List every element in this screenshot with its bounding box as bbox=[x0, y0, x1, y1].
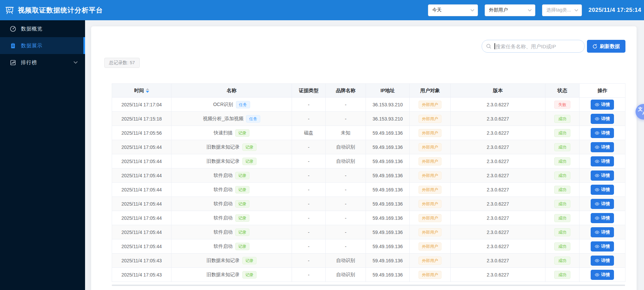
user-cell: 外部用户 bbox=[410, 168, 451, 183]
detail-button[interactable]: 详情 bbox=[591, 128, 614, 138]
table-row: 2025/11/4 17:05:44 软件启动 记录 - - 59.49.169… bbox=[112, 197, 625, 211]
user-type-select[interactable]: 外部用户 bbox=[485, 4, 535, 16]
status-badge: 成功 bbox=[554, 257, 570, 265]
time-cell: 2025/11/4 17:15:18 bbox=[112, 112, 171, 126]
ip-cell: 59.49.169.136 bbox=[366, 268, 410, 282]
ip-cell: 59.49.169.136 bbox=[366, 126, 410, 140]
name-cell: OCR识别 任务 bbox=[171, 98, 292, 112]
user-cell: 外部用户 bbox=[410, 268, 451, 282]
detail-button[interactable]: 详情 bbox=[591, 170, 614, 181]
version-cell: 2.3.0.6227 bbox=[451, 168, 545, 183]
status-badge: 成功 bbox=[554, 115, 570, 123]
record-type-tag: 记录 bbox=[235, 129, 249, 137]
user-type-tag: 外部用户 bbox=[419, 115, 441, 123]
column-header-name: 名称 bbox=[171, 84, 292, 98]
detail-button[interactable]: 详情 bbox=[591, 156, 614, 166]
detail-button[interactable]: 详情 bbox=[591, 270, 614, 280]
time-cell: 2025/11/4 17:17:04 bbox=[112, 98, 171, 112]
chevron-down-icon bbox=[468, 9, 474, 11]
brand-cell: - bbox=[326, 112, 366, 126]
detail-button[interactable]: 详情 bbox=[591, 213, 614, 223]
table-row: 2025/11/4 17:05:44 软件启动 记录 - - 59.49.169… bbox=[112, 239, 625, 254]
detail-button[interactable]: 详情 bbox=[591, 114, 614, 124]
date-range-select[interactable]: 今天 bbox=[428, 4, 478, 16]
status-badge: 成功 bbox=[554, 228, 570, 236]
detail-button[interactable]: 详情 bbox=[591, 185, 614, 195]
status-cell: 成功 bbox=[545, 197, 580, 211]
user-cell: 外部用户 bbox=[410, 239, 451, 254]
evidence-type-cell: - bbox=[292, 112, 326, 126]
search-input[interactable] bbox=[482, 40, 585, 53]
tag-category-select[interactable]: 选择tag类... bbox=[542, 4, 582, 16]
detail-button[interactable]: 详情 bbox=[591, 241, 614, 252]
user-type-tag: 外部用户 bbox=[419, 172, 441, 180]
tag-category-placeholder: 选择tag类... bbox=[546, 7, 572, 13]
status-badge: 成功 bbox=[554, 129, 570, 137]
table-row: 2025/11/4 17:05:43 旧数据未知记录 记录 - 自动识别 59.… bbox=[112, 268, 625, 282]
eye-icon bbox=[595, 131, 599, 135]
sort-carets-icon[interactable] bbox=[146, 88, 149, 93]
evidence-type-cell: - bbox=[292, 197, 326, 211]
table-header-row: 时间 名称 证据类型 品牌名称 IP地址 用户对象 bbox=[112, 84, 625, 98]
eye-icon bbox=[595, 173, 599, 178]
name-cell: 旧数据未知记录 记录 bbox=[171, 140, 292, 154]
time-cell: 2025/11/4 17:05:56 bbox=[112, 126, 171, 140]
record-name: 视频分析_添加视频 bbox=[203, 116, 243, 122]
column-header-user: 用户对象 bbox=[410, 84, 451, 98]
eye-icon bbox=[595, 216, 599, 220]
action-cell: 详情 bbox=[580, 126, 625, 140]
user-cell: 外部用户 bbox=[410, 183, 451, 197]
user-type-tag: 外部用户 bbox=[419, 200, 441, 208]
action-cell: 详情 bbox=[580, 98, 625, 112]
app-brand: 视频取证数据统计分析平台 bbox=[5, 6, 103, 15]
detail-button[interactable]: 详情 bbox=[591, 199, 614, 209]
table-row: 2025/11/4 17:05:44 软件启动 记录 - - 59.49.169… bbox=[112, 168, 625, 183]
column-header-time[interactable]: 时间 bbox=[112, 84, 171, 98]
version-cell: 2.3.0.6227 bbox=[451, 140, 545, 154]
chevron-down-icon bbox=[526, 9, 532, 11]
name-cell: 软件启动 记录 bbox=[171, 183, 292, 197]
user-cell: 外部用户 bbox=[410, 140, 451, 154]
version-cell: 2.3.0.6227 bbox=[451, 254, 545, 268]
action-cell: 详情 bbox=[580, 197, 625, 211]
horizontal-scrollbar[interactable] bbox=[112, 285, 625, 286]
detail-button[interactable]: 详情 bbox=[591, 100, 614, 110]
sidebar-item-ranking[interactable]: 排行榜 bbox=[0, 54, 85, 71]
user-type-tag: 外部用户 bbox=[419, 101, 441, 109]
brand-cell: 自动识别 bbox=[326, 140, 366, 154]
date-range-value: 今天 bbox=[432, 7, 468, 13]
evidence-type-cell: - bbox=[292, 254, 326, 268]
eye-icon bbox=[595, 202, 599, 206]
ip-cell: 59.49.169.136 bbox=[366, 183, 410, 197]
table-row: 2025/11/4 17:17:04 OCR识别 任务 - - 36.153.9… bbox=[112, 98, 625, 112]
record-type-tag: 任务 bbox=[236, 101, 250, 108]
record-name: 软件启动 bbox=[214, 229, 233, 235]
detail-button[interactable]: 详情 bbox=[591, 142, 614, 152]
action-cell: 详情 bbox=[580, 168, 625, 183]
status-cell: 失败 bbox=[545, 98, 580, 112]
brand-cell: - bbox=[326, 197, 366, 211]
status-cell: 成功 bbox=[545, 225, 580, 239]
user-cell: 外部用户 bbox=[410, 254, 451, 268]
time-cell: 2025/11/4 17:05:43 bbox=[112, 268, 171, 282]
detail-button[interactable]: 详情 bbox=[591, 256, 614, 266]
action-cell: 详情 bbox=[580, 239, 625, 254]
eye-icon bbox=[595, 258, 599, 263]
name-cell: 快速扫描 记录 bbox=[171, 126, 292, 140]
record-name: 软件启动 bbox=[214, 173, 233, 179]
version-cell: 2.3.0.6227 bbox=[451, 268, 545, 282]
status-badge: 成功 bbox=[554, 271, 570, 279]
time-cell: 2025/11/4 17:05:44 bbox=[112, 239, 171, 254]
status-cell: 成功 bbox=[545, 154, 580, 168]
sidebar-item-data-display[interactable]: 数据展示 bbox=[0, 37, 85, 54]
detail-button[interactable]: 详情 bbox=[591, 227, 614, 237]
refresh-icon bbox=[592, 44, 597, 49]
user-cell: 外部用户 bbox=[410, 211, 451, 225]
version-cell: 2.3.0.6227 bbox=[451, 112, 545, 126]
time-cell: 2025/11/4 17:05:44 bbox=[112, 168, 171, 183]
refresh-data-button[interactable]: 刷新数据 bbox=[587, 40, 625, 53]
brand-cell: 自动识别 bbox=[326, 268, 366, 282]
sidebar-item-data-overview[interactable]: 数据概览 bbox=[0, 20, 85, 37]
status-badge: 成功 bbox=[554, 172, 570, 180]
status-cell: 成功 bbox=[545, 254, 580, 268]
